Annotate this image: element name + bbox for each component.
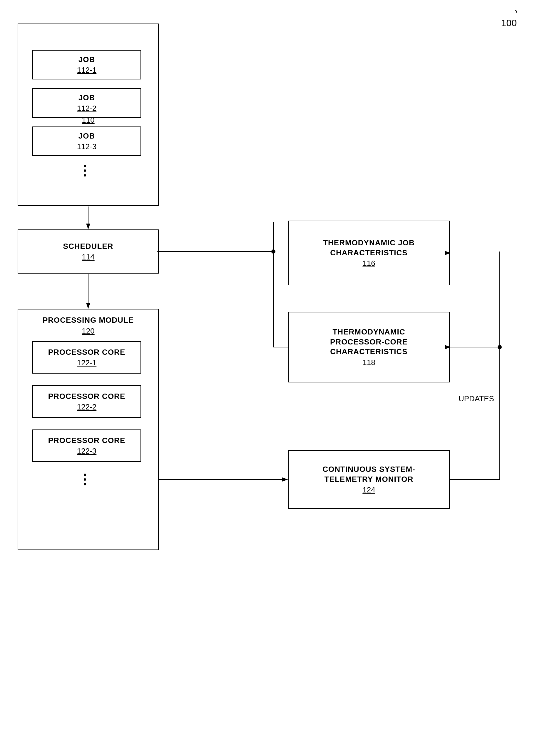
thermo-job-ref: 116 xyxy=(363,259,375,268)
continuous-monitor-box: CONTINUOUS SYSTEM- TELEMETRY MONITOR 124 xyxy=(288,450,450,509)
processor-core3-title: PROCESSOR CORE xyxy=(48,436,126,446)
job1-box: JOB 112-1 xyxy=(32,50,141,80)
scheduler-ref: 114 xyxy=(82,252,94,261)
processing-module-ref: 120 xyxy=(18,327,158,336)
processor-core3-ref: 122-3 xyxy=(77,446,97,456)
processor-core2-box: PROCESSOR CORE 122-2 xyxy=(32,385,141,418)
job2-title: JOB xyxy=(79,93,95,103)
processor-core3-box: PROCESSOR CORE 122-3 xyxy=(32,429,141,462)
dot1 xyxy=(84,165,86,167)
continuous-monitor-title: CONTINUOUS SYSTEM- TELEMETRY MONITOR xyxy=(322,464,415,484)
job3-box: JOB 112-3 xyxy=(32,126,141,156)
updates-label: UPDATES xyxy=(458,394,494,403)
dot5 xyxy=(84,478,86,481)
thermo-job-box: THERMODYNAMIC JOB CHARACTERISTICS 116 xyxy=(288,221,450,285)
dot6 xyxy=(84,483,86,485)
job3-title: JOB xyxy=(79,131,95,141)
scheduler-box: SCHEDULER 114 xyxy=(18,229,159,274)
thermo-job-title: THERMODYNAMIC JOB CHARACTERISTICS xyxy=(323,238,415,258)
scheduler-title: SCHEDULER xyxy=(63,241,114,251)
diagram-ref-number: 100 xyxy=(501,18,517,28)
processor-core2-ref: 122-2 xyxy=(77,403,97,412)
dot2 xyxy=(84,170,86,172)
processing-module-dots xyxy=(84,473,86,485)
job3-ref: 112-3 xyxy=(77,142,97,151)
continuous-monitor-ref: 124 xyxy=(363,485,375,495)
thermo-proc-box: THERMODYNAMIC PROCESSOR-CORE CHARACTERIS… xyxy=(288,312,450,383)
svg-point-8 xyxy=(271,249,275,253)
svg-point-14 xyxy=(498,345,502,349)
job-queue-dots xyxy=(84,165,86,177)
processor-core1-box: PROCESSOR CORE 122-1 xyxy=(32,341,141,373)
processor-core1-title: PROCESSOR CORE xyxy=(48,347,126,357)
job1-title: JOB xyxy=(79,55,95,65)
job2-box: JOB 112-2 xyxy=(32,88,141,118)
processor-core1-ref: 122-1 xyxy=(77,358,97,367)
processing-module-title: PROCESSING MODULE xyxy=(18,315,158,325)
job1-ref: 112-1 xyxy=(77,66,97,75)
dot3 xyxy=(84,174,86,177)
thermo-proc-title: THERMODYNAMIC PROCESSOR-CORE CHARACTERIS… xyxy=(330,327,408,357)
diagram: 100 JOB QUEUE 110 JOB 112-1 JOB 112-2 JO… xyxy=(0,0,552,756)
dot4 xyxy=(84,473,86,476)
job2-ref: 112-2 xyxy=(77,104,97,113)
processor-core2-title: PROCESSOR CORE xyxy=(48,392,126,402)
thermo-proc-ref: 118 xyxy=(363,358,375,367)
